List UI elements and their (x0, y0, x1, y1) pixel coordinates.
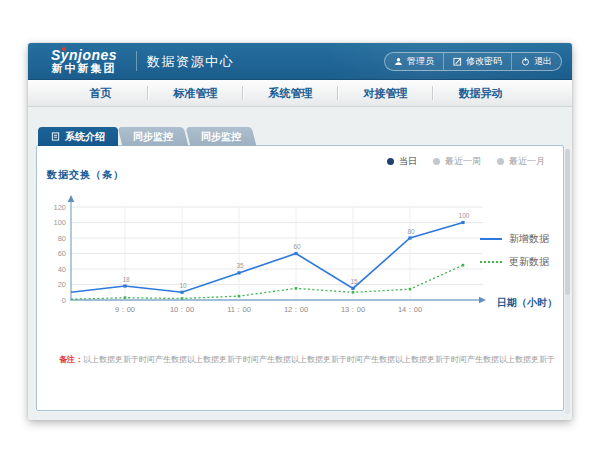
tab-sync-monitor-2-label: 同步监控 (201, 130, 241, 144)
nav-item-home[interactable]: 首页 (53, 80, 148, 106)
time-range-radios: 当日 最近一周 最近一月 (387, 155, 545, 168)
nav-item-home-label: 首页 (90, 86, 112, 101)
chart-legend: 新增数据 更新数据 (480, 232, 549, 269)
svg-text:9：00: 9：00 (115, 305, 135, 314)
legend-new-data-label: 新增数据 (509, 232, 549, 246)
svg-text:13：00: 13：00 (341, 305, 365, 314)
radio-today[interactable]: 当日 (387, 155, 417, 168)
tab-system-intro-label: 系统介绍 (65, 130, 105, 144)
legend-update-data-label: 更新数据 (509, 255, 549, 269)
change-password-label: 修改密码 (466, 55, 502, 68)
svg-text:12：00: 12：00 (284, 305, 308, 314)
svg-text:15: 15 (350, 278, 358, 285)
nav-item-standard-mgmt[interactable]: 标准管理 (148, 80, 243, 106)
logo-accent-dot (62, 47, 66, 51)
edit-icon (453, 57, 462, 66)
logout-label: 退出 (534, 55, 552, 68)
tab-bar: 系统介绍 同步监控 同步监控 (28, 107, 572, 146)
nav-item-data-change[interactable]: 数据异动 (433, 80, 528, 106)
radio-dot (433, 158, 440, 165)
solid-line-key-icon (480, 238, 502, 240)
logout-button[interactable]: 退出 (511, 53, 561, 70)
logo: Synjones 新中新集团 (38, 48, 130, 74)
svg-text:20: 20 (58, 280, 66, 289)
nav-item-system-mgmt[interactable]: 系统管理 (243, 80, 338, 106)
user-icon (394, 57, 403, 66)
tab-sync-monitor-1[interactable]: 同步监控 (118, 127, 189, 146)
nav-item-interface-mgmt-label: 对接管理 (364, 86, 408, 101)
svg-text:10: 10 (179, 282, 187, 289)
app-window: Synjones 新中新集团 数据资源中心 管理员 修改密码 退出 首页 标准管… (28, 43, 572, 420)
admin-button[interactable]: 管理员 (385, 53, 443, 70)
svg-text:100: 100 (53, 218, 66, 227)
radio-last-week-label: 最近一周 (445, 155, 481, 168)
x-axis-title: 日期（小时） (497, 296, 557, 310)
nav-item-standard-mgmt-label: 标准管理 (174, 86, 218, 101)
footnote-prefix: 备注： (59, 355, 83, 364)
nav-item-system-mgmt-label: 系统管理 (269, 86, 313, 101)
tab-sync-monitor-1-label: 同步监控 (133, 130, 173, 144)
user-actions: 管理员 修改密码 退出 (384, 52, 562, 71)
document-icon (51, 132, 60, 141)
dotted-line-key-icon (480, 261, 502, 263)
svg-text:0: 0 (62, 296, 66, 305)
svg-text:80: 80 (58, 234, 66, 243)
svg-text:120: 120 (53, 203, 66, 212)
tab-sync-monitor-2[interactable]: 同步监控 (186, 127, 257, 146)
content-area: 系统介绍 同步监控 同步监控 当日 最近一周 (28, 107, 572, 420)
nav-item-data-change-label: 数据异动 (459, 86, 503, 101)
exchange-line-chart: 0204060801001209：0010：0011：0012：0013：001… (43, 192, 495, 324)
footnote: 备注：以上数据更新于时间产生数据以上数据更新于时间产生数据以上数据更新于时间产生… (59, 354, 555, 365)
svg-text:10：00: 10：00 (170, 305, 194, 314)
tab-system-intro[interactable]: 系统介绍 (38, 127, 118, 146)
svg-text:35: 35 (236, 262, 244, 269)
radio-last-month-label: 最近一月 (509, 155, 545, 168)
scrollbar-thumb[interactable] (565, 149, 570, 295)
radio-last-week[interactable]: 最近一周 (433, 155, 481, 168)
main-nav: 首页 标准管理 系统管理 对接管理 数据异动 (28, 80, 572, 107)
radio-dot-selected (387, 158, 394, 165)
legend-update-data: 更新数据 (480, 255, 549, 269)
radio-today-label: 当日 (399, 155, 417, 168)
legend-new-data: 新增数据 (480, 232, 549, 246)
svg-text:18: 18 (122, 276, 130, 283)
svg-text:40: 40 (58, 265, 66, 274)
logo-en: Synjones (38, 48, 130, 63)
logout-icon (521, 57, 530, 66)
radio-dot (497, 158, 504, 165)
change-password-button[interactable]: 修改密码 (443, 53, 511, 70)
svg-text:80: 80 (407, 228, 415, 235)
svg-text:60: 60 (293, 243, 301, 250)
chart-panel: 当日 最近一周 最近一月 数据交换（条） 0204060801001209：00… (36, 145, 564, 411)
svg-text:100: 100 (459, 212, 470, 219)
svg-text:14：00: 14：00 (398, 305, 422, 314)
header-divider (136, 51, 137, 71)
vertical-scrollbar[interactable] (565, 149, 570, 414)
footnote-text: 以上数据更新于时间产生数据以上数据更新于时间产生数据以上数据更新于时间产生数据以… (83, 355, 555, 364)
nav-item-interface-mgmt[interactable]: 对接管理 (338, 80, 433, 106)
page-title: 数据资源中心 (147, 51, 234, 71)
y-axis-title: 数据交换（条） (47, 168, 124, 182)
logo-cn: 新中新集团 (38, 63, 130, 75)
chart-wrap: 0204060801001209：0010：0011：0012：0013：001… (43, 192, 495, 328)
svg-text:60: 60 (58, 249, 66, 258)
radio-last-month[interactable]: 最近一月 (497, 155, 545, 168)
svg-text:11：00: 11：00 (227, 305, 251, 314)
admin-label: 管理员 (407, 55, 434, 68)
app-header: Synjones 新中新集团 数据资源中心 管理员 修改密码 退出 (28, 43, 572, 80)
